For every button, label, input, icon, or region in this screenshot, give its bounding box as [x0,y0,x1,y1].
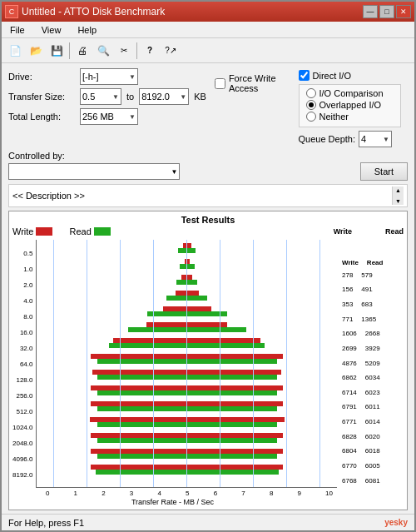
menu-bar: File View Help [2,22,414,38]
drive-label: Drive: [8,72,75,82]
total-length-label: Total Length: [8,112,75,122]
val-row-12: 68046018 [342,444,404,459]
y-label-12: 2048.0 [12,431,32,447]
val-row-5: 26993929 [342,341,404,356]
val-row-7: 68626034 [342,370,404,385]
transfer-size-label: Transfer Size: [8,92,75,102]
y-label-11: 1024.0 [12,415,32,431]
write-header: Write [334,227,352,236]
title-text: Untitled - ATTO Disk Benchmark [22,6,165,17]
neither-label: Neither [319,112,349,122]
read-header: Read [385,227,404,236]
y-label-10: 512.0 [16,400,32,415]
bar-row-14 [37,461,337,477]
queue-depth-row: Queue Depth: 4 ▼ [299,131,402,147]
help-button[interactable]: ? [140,41,160,61]
io-comparison-row: I/O Comparison [306,88,394,98]
menu-file[interactable]: File [5,24,30,36]
direct-io-checkbox[interactable] [299,70,310,81]
y-axis-labels: 0.5 1.0 2.0 4.0 8.0 16.0 32.0 64.0 128.0… [12,240,36,488]
bar-row-8 [37,366,337,382]
queue-depth-combo[interactable]: 4 ▼ [359,131,392,147]
zoom-button[interactable]: 🔍 [93,41,113,61]
y-label-7: 64.0 [20,352,33,368]
minimize-button[interactable]: — [363,5,378,18]
neither-row: Neither [306,112,394,122]
force-write-area: Force Write Access [215,73,290,93]
x-axis-labels: 012345678910 [12,490,404,497]
bar-row-6 [37,335,337,351]
status-help-text: For Help, press F1 [8,518,84,528]
io-comparison-radio[interactable] [306,88,316,98]
bar-row-11 [37,414,337,430]
bar-chart-rows [37,240,337,487]
y-label-0: 0.5 [23,241,32,257]
read-col-header: Read [367,259,384,266]
new-button[interactable]: 📄 [5,41,25,61]
y-label-3: 4.0 [23,289,32,305]
y-label-6: 32.0 [20,336,33,352]
bar-row-10 [37,398,337,414]
desc-scroll-up[interactable]: ▲ [395,187,401,193]
toolbar-separator [69,42,70,59]
yesky-logo: yesky [384,518,408,527]
val-row-14: 67686081 [342,473,404,488]
bar-row-4 [37,303,337,319]
chart-values: Write Read 278579 156491 353683 7711365 … [337,240,404,488]
y-label-5: 16.0 [20,321,33,336]
overlapped-io-radio[interactable] [306,100,316,110]
bar-row-3 [37,287,337,303]
bar-row-9 [37,382,337,398]
start-button[interactable]: Start [360,162,408,181]
chart-legend: Write Read Write Read [12,226,404,236]
drive-combo[interactable]: [-h-] ▼ [80,68,138,85]
help2-button[interactable]: ?↗ [161,41,181,61]
neither-radio[interactable] [306,112,316,122]
desc-scroll-down[interactable]: ▼ [395,198,401,204]
read-bar-7 [97,359,277,364]
transfer-to-arrow: ▼ [180,93,186,101]
direct-io-row: Direct I/O [299,70,402,81]
val-row-6: 48765209 [342,355,404,370]
val-row-2: 353683 [342,297,404,312]
open-button[interactable]: 📂 [26,41,46,61]
transfer-from-arrow: ▼ [112,93,119,101]
force-write-checkbox[interactable] [215,78,225,89]
read-bar-10 [97,406,277,411]
y-label-2: 2.0 [23,273,32,289]
direct-io-label: Direct I/O [313,71,351,81]
y-label-9: 256.0 [16,384,32,400]
transfer-to-combo[interactable]: 8192.0 ▼ [139,88,189,105]
read-bar-12 [97,438,277,443]
read-bar-4 [147,311,227,316]
bar-row-12 [37,430,337,445]
read-bar-13 [97,454,277,459]
transfer-size-row: Transfer Size: 0.5 ▼ to 8192.0 ▼ KB [8,88,206,105]
read-legend-color [94,227,111,236]
val-row-4: 16062668 [342,326,404,341]
menu-view[interactable]: View [37,24,67,36]
menu-help[interactable]: Help [72,24,102,36]
description-text: << Description >> [12,191,392,201]
total-length-combo[interactable]: 256 MB ▼ [80,108,138,125]
read-bar-6 [109,343,265,348]
val-row-13: 67706005 [342,459,404,474]
controlled-by-arrow: ▼ [171,168,177,176]
close-button[interactable]: ✕ [396,5,411,18]
save-button[interactable]: 💾 [47,41,67,61]
overlapped-io-row: Overlapped I/O [306,100,394,110]
transfer-from-combo[interactable]: 0.5 ▼ [80,88,121,105]
toolbar-separator-2 [136,42,137,59]
toolbar: 📄 📂 💾 🖨 🔍 ✂ ? ?↗ [2,38,414,63]
cut-button[interactable]: ✂ [114,41,134,61]
val-row-1: 156491 [342,282,404,297]
read-bar-0 [178,248,196,253]
print-button[interactable]: 🖨 [72,41,92,61]
overlapped-io-label: Overlapped I/O [319,100,382,110]
queue-depth-label: Queue Depth: [299,134,356,144]
maximize-button[interactable]: □ [379,5,394,18]
drive-row: Drive: [-h-] ▼ [8,68,206,85]
read-bar-2 [176,280,197,285]
queue-depth-arrow: ▼ [383,136,389,143]
bar-row-2 [37,271,337,287]
